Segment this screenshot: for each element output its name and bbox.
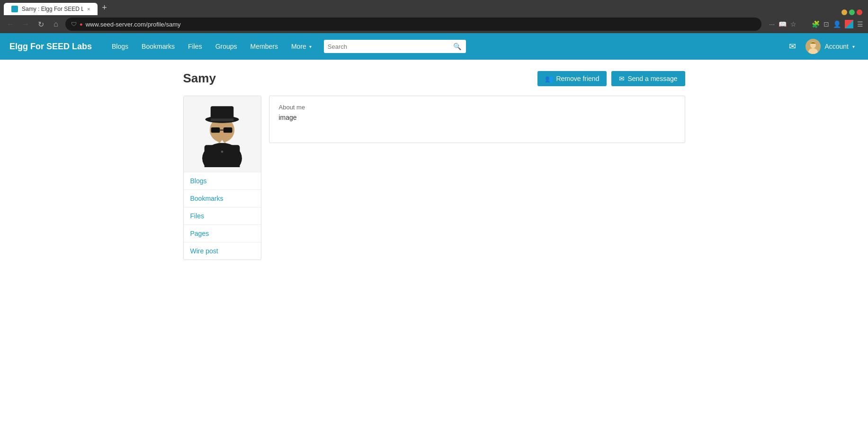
window-maximize[interactable]	[849, 9, 855, 15]
about-me-label: About me	[279, 104, 675, 111]
svg-rect-11	[224, 127, 233, 133]
window-close[interactable]	[857, 9, 862, 15]
remove-friend-button[interactable]: 👥 Remove friend	[537, 71, 607, 86]
account-avatar	[805, 39, 821, 54]
search-input[interactable]	[328, 43, 452, 50]
tab-title: Samy : Elgg For SEED La...	[22, 6, 83, 12]
site-header: Elgg For SEED Labs Blogs Bookmarks Files…	[0, 33, 868, 60]
profile-actions: 👥 Remove friend ✉ Send a message	[537, 71, 685, 86]
url-display[interactable]: www.seed-server.com/profile/samy	[86, 21, 181, 28]
profile-layout: Blogs Bookmarks Files Pages Wire post Ab…	[183, 96, 685, 260]
avatar-image	[805, 39, 821, 54]
svg-rect-4	[205, 145, 240, 167]
tab-close-button[interactable]: ×	[87, 6, 90, 12]
site-brand[interactable]: Elgg For SEED Labs	[9, 42, 92, 52]
reader-mode-icon[interactable]: 📖	[779, 20, 787, 28]
new-tab-button[interactable]: +	[98, 2, 111, 13]
svg-point-13	[221, 151, 224, 153]
sidebar-item-bookmarks[interactable]: Bookmarks	[184, 190, 261, 207]
lock-icon: ●	[80, 21, 83, 27]
nav-groups[interactable]: Groups	[210, 39, 243, 54]
tab-favicon	[11, 6, 18, 12]
split-view-icon[interactable]: ⊡	[823, 20, 829, 28]
nav-more[interactable]: More	[286, 39, 317, 54]
extensions-icon[interactable]: 🧩	[812, 20, 820, 28]
back-button[interactable]: ←	[5, 20, 16, 28]
svg-rect-9	[211, 118, 234, 121]
profile-header: Samy 👥 Remove friend ✉ Send a message	[183, 71, 685, 86]
nav-blogs[interactable]: Blogs	[106, 39, 134, 54]
forward-button[interactable]: →	[20, 20, 31, 28]
profile-avatar-box	[184, 96, 261, 172]
send-message-icon: ✉	[619, 75, 625, 82]
account-menu[interactable]: Account ▾	[802, 37, 859, 56]
security-shield-icon: 🛡	[71, 21, 77, 27]
search-area: 🔍	[324, 40, 466, 53]
menu-button[interactable]: ☰	[857, 20, 863, 28]
about-me-value: image	[279, 114, 675, 121]
bookmark-star-icon[interactable]: ☆	[790, 20, 796, 28]
sidebar-item-blogs[interactable]: Blogs	[184, 172, 261, 190]
messages-icon[interactable]: ✉	[789, 41, 796, 52]
main-content: Samy 👥 Remove friend ✉ Send a message	[174, 60, 695, 271]
address-bar[interactable]: 🛡 ● www.seed-server.com/profile/samy	[65, 18, 761, 31]
profile-circle-icon[interactable]	[845, 20, 853, 28]
sync-icon[interactable]: 👤	[833, 20, 841, 28]
search-icon[interactable]: 🔍	[452, 42, 462, 51]
sidebar-menu: Blogs Bookmarks Files Pages Wire post	[184, 172, 261, 260]
header-icons: ✉ Account ▾	[789, 37, 859, 56]
sidebar-item-pages[interactable]: Pages	[184, 225, 261, 242]
sidebar-item-wire-post[interactable]: Wire post	[184, 242, 261, 260]
address-bar-row: ← → ↻ ⌂ 🛡 ● www.seed-server.com/profile/…	[0, 15, 868, 33]
profile-main-panel: About me image	[269, 96, 685, 143]
active-tab[interactable]: Samy : Elgg For SEED La... ×	[4, 3, 98, 15]
nav-members[interactable]: Members	[245, 39, 284, 54]
tab-bar: Samy : Elgg For SEED La... × +	[0, 0, 868, 15]
home-button[interactable]: ⌂	[50, 20, 62, 28]
profile-name: Samy	[183, 71, 216, 86]
svg-rect-10	[211, 127, 220, 133]
more-options-button[interactable]: ···	[769, 20, 775, 28]
browser-actions: ··· 📖 ☆ 🧩 ⊡ 👤 ☰	[769, 20, 863, 28]
about-me-panel: About me image	[269, 96, 685, 143]
send-message-button[interactable]: ✉ Send a message	[611, 71, 685, 86]
remove-friend-icon: 👥	[545, 75, 553, 82]
profile-sidebar: Blogs Bookmarks Files Pages Wire post	[183, 96, 261, 260]
account-label: Account	[824, 43, 849, 50]
reload-button[interactable]: ↻	[35, 20, 46, 29]
window-minimize[interactable]	[841, 9, 847, 15]
profile-avatar-illustration	[194, 101, 251, 167]
sidebar-item-files[interactable]: Files	[184, 207, 261, 225]
nav-files[interactable]: Files	[182, 39, 208, 54]
nav-bookmarks[interactable]: Bookmarks	[136, 39, 180, 54]
site-nav: Blogs Bookmarks Files Groups Members Mor…	[106, 39, 785, 54]
account-chevron-icon: ▾	[852, 44, 855, 49]
